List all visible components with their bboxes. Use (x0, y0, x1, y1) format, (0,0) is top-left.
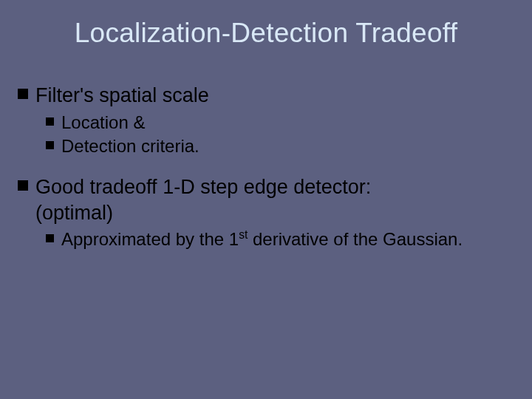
subbullet-location: Location & (46, 112, 507, 134)
bullet-text: Good tradeoff 1-D step edge detector: (o… (35, 174, 371, 225)
superscript: st (239, 228, 248, 241)
bullet-text-line1: Good tradeoff 1-D step edge detector: (35, 176, 371, 198)
square-bullet-icon (18, 180, 28, 191)
bullet-text: Filter's spatial scale (35, 83, 209, 109)
subbullet-text: Approximated by the 1st derivative of th… (61, 228, 463, 251)
subbullet-gaussian: Approximated by the 1st derivative of th… (46, 228, 507, 251)
slide-title: Localization-Detection Tradeoff (25, 18, 507, 49)
bullet-text-line2: (optimal) (35, 202, 113, 224)
sublist-2: Approximated by the 1st derivative of th… (25, 228, 507, 251)
subbullet-detection: Detection criteria. (46, 135, 507, 158)
subbullet-text-prefix: Approximated by the 1 (61, 229, 239, 249)
sublist-1: Location & Detection criteria. (25, 112, 507, 158)
bullet-tradeoff: Good tradeoff 1-D step edge detector: (o… (25, 174, 507, 225)
bullet-filter-scale: Filter's spatial scale (25, 83, 507, 109)
square-bullet-icon (46, 234, 54, 242)
bullet-group-1: Filter's spatial scale Location & Detect… (25, 83, 507, 158)
square-bullet-icon (46, 117, 54, 126)
subbullet-text: Detection criteria. (61, 135, 200, 158)
bullet-group-2: Good tradeoff 1-D step edge detector: (o… (25, 174, 507, 251)
subbullet-text-suffix: derivative of the Gaussian. (248, 229, 463, 249)
square-bullet-icon (46, 141, 54, 149)
slide: Localization-Detection Tradeoff Filter's… (0, 0, 532, 399)
subbullet-text: Location & (61, 112, 145, 134)
square-bullet-icon (18, 89, 28, 99)
